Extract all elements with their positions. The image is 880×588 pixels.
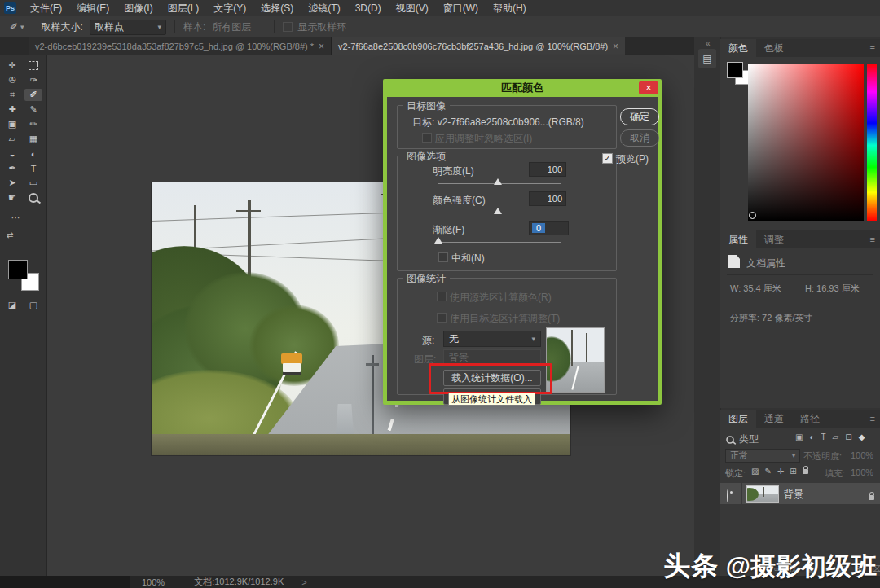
healing-brush-tool[interactable]: ✚ bbox=[3, 103, 21, 116]
panel-menu-icon[interactable]: ≡ bbox=[870, 414, 875, 423]
zoom-tool[interactable] bbox=[24, 191, 42, 204]
ellipsis-icon: ··· bbox=[11, 213, 20, 222]
menu-item-file[interactable]: 文件(F) bbox=[23, 0, 69, 16]
hue-slider[interactable] bbox=[867, 64, 877, 221]
panel-foreground-swatch[interactable] bbox=[727, 62, 743, 78]
history-brush-tool[interactable]: ✏ bbox=[24, 118, 42, 130]
lasso-icon: ✇ bbox=[8, 75, 15, 86]
lock-position-icon[interactable]: ✛ bbox=[777, 467, 784, 476]
edit-toolbar-button[interactable]: ··· bbox=[3, 211, 28, 223]
image-options-group-label: 图像选项 bbox=[403, 150, 450, 164]
screen-mode-button[interactable]: ▢ bbox=[24, 299, 42, 311]
collapsed-panel-icon[interactable]: ▤ bbox=[698, 49, 716, 68]
load-statistics-tooltip: 从图像统计文件载入 bbox=[448, 393, 535, 406]
move-tool[interactable]: ✛ bbox=[3, 59, 21, 72]
menu-item-type[interactable]: 文字(Y) bbox=[206, 0, 253, 16]
preview-checkbox[interactable]: ✓ bbox=[602, 153, 613, 164]
filter-adjustment-icon[interactable]: ◐ bbox=[809, 432, 814, 441]
foreground-color-swatch[interactable] bbox=[8, 260, 28, 279]
filter-search-icon bbox=[726, 436, 734, 444]
fade-slider-track[interactable] bbox=[438, 242, 561, 243]
ok-button[interactable]: 确定 bbox=[620, 108, 659, 125]
neutralize-checkbox[interactable] bbox=[438, 252, 448, 262]
menu-item-select[interactable]: 选择(S) bbox=[253, 0, 301, 16]
color-intensity-slider-thumb[interactable] bbox=[494, 208, 502, 214]
blur-tool[interactable]: ◒ bbox=[3, 147, 21, 160]
dodge-tool[interactable]: ◐ bbox=[24, 147, 42, 160]
menu-item-help[interactable]: 帮助(H) bbox=[486, 0, 534, 16]
fade-value-field[interactable]: 0 bbox=[529, 221, 569, 235]
divider bbox=[741, 483, 742, 504]
layer-filter-row: 类型 bbox=[725, 432, 759, 446]
menu-item-image[interactable]: 图像(I) bbox=[117, 0, 160, 16]
tab-adjustments[interactable]: 调整 bbox=[756, 230, 792, 248]
tab-properties[interactable]: 属性 bbox=[720, 230, 756, 248]
filter-type-icon[interactable]: T bbox=[821, 432, 826, 441]
sample-size-dropdown[interactable]: 取样点 ▾ bbox=[90, 20, 166, 35]
hand-tool[interactable]: ☛ bbox=[3, 191, 21, 204]
filter-type-dropdown[interactable]: 类型 bbox=[739, 432, 759, 446]
color-panel: 颜色 色板 ≡ bbox=[720, 39, 880, 230]
menu-item-edit[interactable]: 编辑(E) bbox=[69, 0, 117, 16]
close-tab-icon[interactable]: × bbox=[613, 42, 618, 51]
tab-layers[interactable]: 图层 bbox=[720, 410, 756, 428]
truck-wheels bbox=[283, 372, 301, 375]
marquee-tool[interactable] bbox=[24, 59, 42, 72]
zoom-level[interactable]: 100% bbox=[142, 577, 165, 587]
panel-menu-icon[interactable]: ≡ bbox=[870, 235, 875, 244]
type-tool[interactable]: T bbox=[24, 162, 42, 174]
menu-item-view[interactable]: 视图(V) bbox=[389, 0, 436, 16]
document-tab-1[interactable]: v2-d6bceb019239e5318da353af827b97c5_hd.j… bbox=[29, 37, 332, 55]
eraser-icon: ▱ bbox=[9, 134, 15, 144]
brush-tool[interactable]: ✎ bbox=[24, 103, 42, 116]
layer-thumbnail[interactable] bbox=[746, 485, 779, 503]
crop-tool[interactable]: ⌗ bbox=[3, 89, 21, 101]
fade-slider-thumb[interactable] bbox=[434, 237, 442, 244]
tab-paths[interactable]: 路径 bbox=[792, 410, 828, 428]
color-saturation-brightness-field[interactable] bbox=[748, 64, 864, 221]
quick-selection-tool[interactable]: ✑ bbox=[24, 74, 42, 86]
status-chevron-icon[interactable]: > bbox=[301, 577, 306, 587]
filter-smart-object-icon[interactable]: ⊡ bbox=[845, 432, 851, 441]
lock-all-icon[interactable] bbox=[803, 469, 808, 474]
filter-pixel-icon[interactable]: ▣ bbox=[795, 432, 803, 441]
menu-item-layer[interactable]: 图层(L) bbox=[161, 0, 207, 16]
tab-color[interactable]: 颜色 bbox=[720, 39, 756, 57]
lock-artboard-icon[interactable]: ⊞ bbox=[790, 467, 796, 476]
lock-transparent-icon[interactable]: ▨ bbox=[751, 467, 759, 476]
lock-paint-icon[interactable]: ✎ bbox=[764, 467, 771, 476]
luminance-slider-thumb[interactable] bbox=[494, 178, 502, 185]
menu-item-3d[interactable]: 3D(D) bbox=[348, 0, 389, 16]
collapse-dock-icon[interactable]: « bbox=[706, 39, 711, 48]
document-tab-2-active[interactable]: v2-7f66a8e2508c0b906c76cb3bf257a436_hd.j… bbox=[332, 37, 625, 55]
source-dropdown[interactable]: 无 ▾ bbox=[443, 331, 541, 347]
lasso-tool[interactable]: ✇ bbox=[3, 74, 21, 86]
dialog-close-button[interactable]: × bbox=[639, 81, 658, 94]
chevron-down-icon: ▾ bbox=[531, 335, 535, 343]
color-intensity-value-field[interactable]: 100 bbox=[529, 191, 566, 206]
path-selection-tool[interactable]: ➤ bbox=[3, 177, 21, 189]
layer-row-background[interactable]: 背景 bbox=[720, 483, 880, 504]
eraser-tool[interactable]: ▱ bbox=[3, 133, 21, 145]
tab-swatches[interactable]: 色板 bbox=[756, 39, 792, 57]
filter-shape-icon[interactable]: ▱ bbox=[833, 432, 839, 441]
tool-preset-caret-icon[interactable]: ▾ bbox=[20, 23, 24, 31]
filter-toggle-icon[interactable]: ◆ bbox=[859, 432, 865, 441]
eyedropper-tool-active[interactable]: ✐ bbox=[24, 89, 42, 101]
cancel-button[interactable]: 取消 bbox=[620, 129, 659, 147]
layer-visibility-eye-icon[interactable] bbox=[727, 489, 728, 502]
tab-channels[interactable]: 通道 bbox=[756, 410, 792, 428]
shape-tool[interactable]: ▭ bbox=[24, 177, 42, 189]
panel-menu-icon[interactable]: ≡ bbox=[870, 43, 875, 53]
clone-stamp-tool[interactable]: ▣ bbox=[3, 118, 21, 130]
quick-mask-button[interactable]: ◪ bbox=[3, 299, 21, 311]
close-tab-icon[interactable]: × bbox=[319, 42, 324, 51]
fill-value: 100% bbox=[851, 467, 873, 477]
menu-item-filter[interactable]: 滤镜(T) bbox=[301, 0, 347, 16]
luminance-value-field[interactable]: 100 bbox=[529, 162, 566, 177]
gradient-tool[interactable]: ▦ bbox=[24, 133, 42, 145]
eyedropper-tool-icon[interactable]: ✐ bbox=[10, 21, 18, 33]
pen-tool[interactable]: ✒ bbox=[3, 162, 21, 174]
swap-colors-icon[interactable]: ⇄ bbox=[7, 230, 13, 239]
menu-item-window[interactable]: 窗口(W) bbox=[436, 0, 486, 16]
